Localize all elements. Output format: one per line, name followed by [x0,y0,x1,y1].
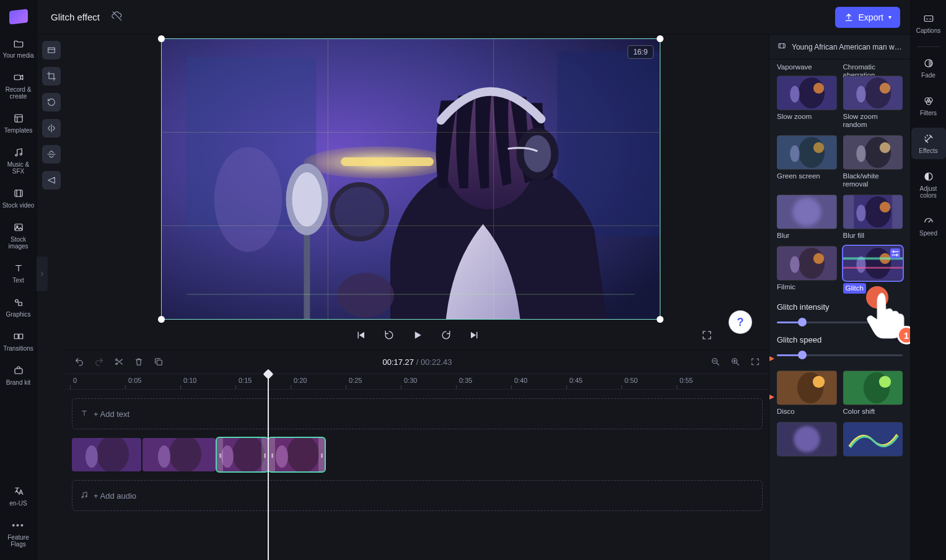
workspace: 16:9 ? [37,35,910,560]
timeline-clip[interactable] [72,438,141,471]
timeline-clip[interactable]: |||| [269,438,325,471]
glitch-intensity-slider[interactable] [777,318,903,326]
add-audio-track[interactable]: + Add audio [72,480,763,511]
rail-your-media[interactable]: Your media [1,32,36,64]
video-preview[interactable]: 16:9 [161,38,660,320]
aspect-ratio-badge[interactable]: 16:9 [628,45,653,59]
tool-rotate[interactable] [42,93,61,112]
play-icon[interactable] [409,326,426,344]
locale-icon [12,485,25,497]
tool-flip-h[interactable] [42,119,61,138]
add-text-track[interactable]: + Add text [72,398,763,429]
effect-disco[interactable]: Disco [777,370,837,416]
right-filters[interactable]: Filters [911,90,946,121]
effect-thumb[interactable] [843,135,903,170]
effect-blur[interactable]: Blur [777,195,837,240]
effect-slow-zoom[interactable]: Slow zoom [777,76,837,129]
speed-icon [922,215,935,227]
tool-crop[interactable] [42,67,61,85]
effect-color-shift[interactable]: Color shift [843,370,903,416]
tool-flip-v[interactable] [42,145,61,164]
dots-icon: ••• [12,519,25,532]
app-logo[interactable] [9,9,28,24]
effect-thumb[interactable] [843,76,903,110]
fullscreen-icon[interactable] [698,326,716,344]
cloud-off-icon[interactable] [111,10,123,25]
effect-thumb[interactable] [777,246,837,281]
right-adjust-colors[interactable]: Adjust colors [911,165,946,204]
effect-thumb[interactable] [777,135,837,170]
svg-rect-41 [72,438,141,471]
rail-record[interactable]: Record & create [1,66,36,105]
right-fade[interactable]: Fade [911,52,946,84]
timeline-clip[interactable] [142,438,216,471]
effect-filmic[interactable]: Filmic [777,246,837,294]
rail-brand-kit[interactable]: Brand kit [1,359,36,391]
effect-green-screen[interactable]: Green screen [777,135,837,188]
duplicate-icon[interactable] [152,356,165,368]
svg-rect-56 [779,44,786,48]
effect-thumb[interactable] [843,422,903,457]
rail-templates[interactable]: Templates [1,107,36,139]
tool-fit[interactable] [42,41,61,59]
rail-stock-video[interactable]: Stock video [1,182,36,214]
adjust-colors-icon [922,170,935,183]
rail-stock-images[interactable]: Stock images [1,216,36,255]
effect-thumb[interactable] [777,195,837,229]
split-icon[interactable] [113,356,125,368]
rail-graphics[interactable]: Graphics [1,291,36,323]
effect-thumb[interactable] [777,76,837,110]
right-speed[interactable]: Speed [911,210,946,242]
zoom-in-icon[interactable] [729,356,742,368]
effect-thumb[interactable] [843,246,903,281]
preview-area: 16:9 ? [66,35,769,321]
rail-locale[interactable]: en-US [1,480,36,512]
forward-5-icon[interactable] [437,326,455,344]
panel-expand-left[interactable] [37,256,48,291]
effect-thumb[interactable] [777,370,837,405]
rail-music[interactable]: Music & SFX [1,141,36,180]
chevron-down-icon: ▾ [888,14,891,20]
panel-collapse-right[interactable] [769,263,769,297]
rail-text[interactable]: Text [1,257,36,289]
left-rail: Your media Record & create Templates Mus… [0,0,37,560]
effect-blur-fill[interactable]: Blur fill [843,195,903,240]
slider-label: Glitch intensity [777,302,903,312]
glitch-speed-slider[interactable] [777,351,903,359]
rail-more[interactable]: ••• Feature Flags [1,514,36,553]
rewind-5-icon[interactable] [380,326,398,344]
zoom-out-icon[interactable] [709,356,722,368]
delete-icon[interactable] [133,356,145,368]
adjust-icon[interactable] [890,248,900,258]
undo-icon[interactable] [73,356,85,368]
svg-rect-8 [19,302,22,305]
video-track[interactable]: |||| |||| [72,438,763,471]
zoom-fit-icon[interactable] [749,356,761,368]
skip-start-icon[interactable] [352,326,369,344]
help-button[interactable]: ? [729,311,751,333]
effect-thumb[interactable] [843,195,903,229]
export-button[interactable]: Export ▾ [835,7,900,28]
effect-thumb[interactable] [843,370,903,405]
svg-point-80 [879,202,890,212]
effect-thumb[interactable] [777,422,837,457]
svg-point-60 [813,83,824,94]
timeline-ruler[interactable]: 00:050:100:150:200:250:300:350:400:450:5… [66,374,769,390]
right-captions[interactable]: Captions [911,7,946,39]
timeline-clip[interactable]: |||| [217,438,268,471]
tool-pip[interactable] [42,171,61,190]
effect-glitch[interactable]: Glitch [843,246,903,294]
right-rail: Captions Fade Filters Effects Adjust col… [910,0,946,560]
skip-end-icon[interactable] [466,326,483,344]
resize-handle[interactable] [158,35,165,42]
effects-scroll[interactable]: Vaporwave Chromatic aberration Slow zoom… [769,59,910,560]
right-effects[interactable]: Effects [911,128,946,159]
project-title[interactable]: Glitch effect [51,12,100,22]
rail-transitions[interactable]: Transitions [1,325,36,357]
center-column: 16:9 ? [66,35,769,560]
redo-icon[interactable] [93,356,105,368]
svg-point-54 [82,496,83,497]
effect-bw-removal[interactable]: Black/white removal [843,135,903,188]
resize-handle[interactable] [657,35,664,42]
effect-slow-zoom-random[interactable]: Slow zoom random [843,76,903,129]
